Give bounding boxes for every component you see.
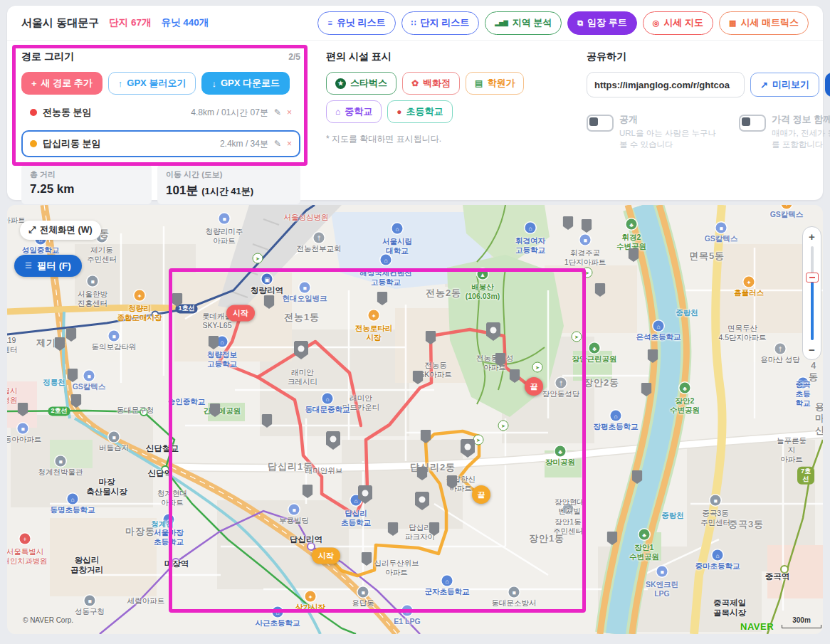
building-marker[interactable] <box>607 532 618 545</box>
zoom-slider[interactable] <box>811 246 814 340</box>
building-marker[interactable] <box>209 336 219 349</box>
building-marker[interactable] <box>426 331 436 344</box>
total-time-label: 이동 시간 (도보) <box>166 169 292 180</box>
zoom-slider-handle[interactable] <box>806 273 819 283</box>
map-label: 중곡3동 <box>728 519 764 530</box>
facility-label: 백화점 <box>423 77 451 90</box>
toggle-label: 가격 정보 함께 공유 <box>772 113 830 126</box>
add-route-button[interactable]: +새 경로 추가 <box>21 72 103 95</box>
building-marker[interactable] <box>421 430 431 443</box>
tab-label: 지역 분석 <box>513 16 552 29</box>
facility-elementary-school-button[interactable]: ●초등학교 <box>387 100 452 123</box>
toggle-desc: URL을 아는 사람은 누구나 볼 수 있습니다 <box>619 128 726 150</box>
building-marker[interactable] <box>68 369 78 382</box>
tab-label: 유닛 리스트 <box>337 16 386 29</box>
price-share-toggle[interactable] <box>739 115 766 132</box>
mk-poi-icon: ✦ <box>744 277 755 287</box>
building-marker[interactable] <box>417 467 428 480</box>
building-marker[interactable] <box>510 369 520 383</box>
zoom-control[interactable]: + − <box>802 226 821 360</box>
share-url-input[interactable] <box>587 72 745 97</box>
zoom-in-button[interactable]: + <box>809 231 815 242</box>
map-label: SK엔크린 LPG <box>646 580 678 598</box>
building-marker[interactable] <box>264 295 275 309</box>
route-row-dapsimni[interactable]: 답십리동 분임 2.4km / 34분 ✎ × <box>21 130 300 157</box>
facility-department-store-button[interactable]: ✿백화점 <box>402 72 460 95</box>
map-label: 청량정보 고등학교 <box>207 350 237 369</box>
gpx-import-button[interactable]: ↑GPX 불러오기 <box>108 72 196 95</box>
tab-price-map[interactable]: ◎시세 지도 <box>643 11 713 35</box>
route-steps: 2/5 <box>288 52 300 62</box>
building-marker[interactable] <box>66 328 77 342</box>
ch-poi-icon: † <box>314 233 325 243</box>
gpx-download-button[interactable]: ↓GPX 다운로드 <box>201 72 290 95</box>
building-marker[interactable] <box>172 293 183 307</box>
pk-poi-icon: ♣ <box>680 383 690 394</box>
preview-button[interactable]: ↗미리보기 <box>750 73 819 97</box>
edit-icon[interactable]: ✎ <box>274 107 281 117</box>
building-marker[interactable] <box>629 248 639 262</box>
building-marker[interactable] <box>362 552 372 566</box>
tab-complex-list[interactable]: ∷단지 리스트 <box>401 11 480 35</box>
public-toggle[interactable] <box>587 115 614 132</box>
route-end-badge[interactable]: 끝 <box>472 485 490 504</box>
building-marker[interactable] <box>55 337 65 351</box>
building-marker[interactable] <box>595 283 606 297</box>
building-marker[interactable] <box>641 383 652 396</box>
route-stats: 4.8km / 01시간 07분 <box>191 107 268 119</box>
map-canvas[interactable]: 기동아파트제기동 주민센터■성일중학교⌂서울성심병원청량리미주 아파트■전농천부… <box>7 205 823 634</box>
building-marker[interactable] <box>563 216 574 230</box>
copy-button[interactable]: ⎘복사 <box>825 73 830 97</box>
facility-academy-button[interactable]: ▤학원가 <box>466 72 524 95</box>
mk-poi-icon: ✦ <box>369 310 379 321</box>
fullscreen-button[interactable]: ⤢전체화면 (W) <box>20 221 101 240</box>
button-label: 미리보기 <box>772 78 809 91</box>
building-marker[interactable] <box>415 492 429 510</box>
map-label: 답십리 초등학교 <box>341 509 371 527</box>
building-marker[interactable] <box>632 470 643 484</box>
share-panel-title: 공유하기 <box>587 51 830 63</box>
edit-icon[interactable]: ✎ <box>274 139 281 149</box>
route-end-badge[interactable]: 끝 <box>525 377 543 396</box>
total-time-value: 101분 <box>166 184 198 197</box>
map-label: 군자초등학교 <box>425 587 470 596</box>
tab-price-matrix[interactable]: ▦시세 매트릭스 <box>719 11 809 35</box>
building-marker[interactable] <box>486 322 500 341</box>
gv-poi-icon: ■ <box>563 504 574 514</box>
building-marker[interactable] <box>582 219 592 233</box>
building-marker[interactable] <box>495 353 506 366</box>
building-marker[interactable] <box>18 403 28 416</box>
building-marker[interactable] <box>413 371 424 384</box>
building-marker[interactable] <box>262 414 273 428</box>
building-marker[interactable] <box>71 394 82 408</box>
building-marker[interactable] <box>429 522 440 536</box>
map-label: 신답역 <box>148 468 173 478</box>
building-marker[interactable] <box>210 403 221 417</box>
tab-unit-list[interactable]: ≡유닛 리스트 <box>317 11 395 35</box>
building-marker[interactable] <box>648 349 658 363</box>
filter-button[interactable]: ☰필터 (F) <box>14 255 82 277</box>
delete-icon[interactable]: × <box>287 107 292 117</box>
map-label: 장안2동 <box>584 377 619 389</box>
building-marker[interactable] <box>461 439 475 458</box>
route-row-jeonnong[interactable]: 전농동 분임 4.8km / 01시간 07분 ✎ × <box>21 99 300 126</box>
sc-poi-icon: ⌂ <box>525 223 536 233</box>
route-start-badge[interactable]: 시작 <box>226 305 255 322</box>
building-marker[interactable] <box>326 431 340 450</box>
building-marker[interactable] <box>303 485 313 498</box>
map-label: 청량리미주 아파트 <box>206 227 243 246</box>
zoom-out-button[interactable]: − <box>809 344 815 355</box>
building-marker[interactable] <box>294 341 308 359</box>
map-label: 119 센터 <box>7 336 18 354</box>
map-label: 서울마장 초등학교 <box>154 528 184 547</box>
facility-middle-school-button[interactable]: ⌂중학교 <box>326 100 382 123</box>
tab-area-analysis[interactable]: ▂▅▇지역 분석 <box>485 11 562 35</box>
building-marker[interactable] <box>388 522 399 536</box>
route-panel: 경로 그리기 2/5 +새 경로 추가 ↑GPX 불러오기 ↓GPX 다운로드 … <box>21 51 300 204</box>
building-marker[interactable] <box>447 475 458 489</box>
delete-icon[interactable]: × <box>287 139 292 149</box>
tab-route[interactable]: ⧉임장 루트 <box>567 11 636 35</box>
route-start-badge[interactable]: 시작 <box>312 548 340 564</box>
building-marker[interactable] <box>377 292 388 305</box>
facility-starbucks-button[interactable]: ★스타벅스 <box>326 72 396 95</box>
